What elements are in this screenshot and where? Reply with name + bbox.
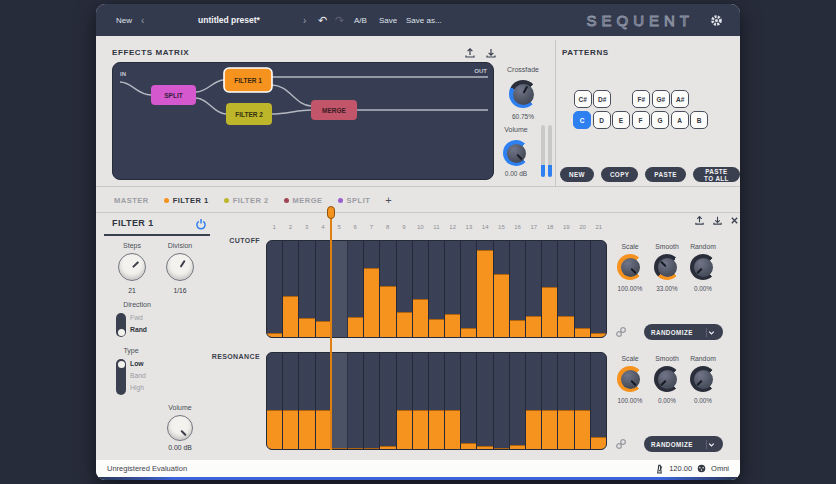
pattern-copy-button[interactable]: COPY [601, 167, 638, 182]
step-bar[interactable] [558, 410, 573, 449]
tab-filter-1[interactable]: FILTER 1 [164, 196, 209, 205]
step-bar[interactable] [267, 333, 282, 337]
step-cell[interactable] [542, 353, 558, 449]
node-filter2[interactable]: FILTER 2 [226, 103, 272, 125]
pattern-key-d[interactable]: D [593, 111, 611, 129]
step-bar[interactable] [558, 316, 573, 337]
step-bar[interactable] [283, 296, 298, 337]
step-bar[interactable] [348, 448, 363, 449]
step-cell[interactable] [413, 353, 429, 449]
step-bar[interactable] [591, 437, 606, 449]
step-cell[interactable] [591, 241, 606, 337]
filter-volume-knob[interactable] [167, 415, 193, 441]
step-cell[interactable] [380, 353, 396, 449]
import-pattern-icon[interactable] [712, 215, 723, 226]
step-bar[interactable] [413, 299, 428, 337]
step-cell[interactable] [348, 353, 364, 449]
pattern-key-f#[interactable]: F# [632, 90, 650, 108]
pattern-key-f[interactable]: F [632, 111, 650, 129]
step-bar[interactable] [510, 320, 525, 337]
step-bar[interactable] [299, 410, 314, 449]
step-cell[interactable] [267, 353, 283, 449]
effects-matrix-graph[interactable]: IN OUT SPLIT FILTER 1 FILTER 2 MERGE [112, 62, 494, 180]
playhead-handle[interactable] [327, 206, 335, 219]
step-cell[interactable] [445, 241, 461, 337]
import-matrix-icon[interactable] [485, 47, 497, 59]
pattern-key-c#[interactable]: C# [574, 90, 592, 108]
step-bar[interactable] [413, 410, 428, 449]
step-cell[interactable] [332, 353, 348, 449]
pattern-key-a[interactable]: A [671, 111, 689, 129]
step-bar[interactable] [429, 319, 444, 337]
pattern-key-d#[interactable]: D# [593, 90, 611, 108]
save-button[interactable]: Save [379, 4, 397, 36]
prev-preset-icon[interactable]: ‹ [141, 4, 144, 36]
step-bar[interactable] [397, 410, 412, 449]
cutoff-random-knob[interactable] [690, 254, 716, 280]
cutoff-scale-knob[interactable] [617, 254, 643, 280]
cutoff-randomize-button[interactable]: RANDOMIZE [644, 324, 723, 340]
export-matrix-icon[interactable] [464, 47, 476, 59]
step-cell[interactable] [526, 241, 542, 337]
step-cell[interactable] [477, 241, 493, 337]
step-cell[interactable] [413, 241, 429, 337]
tab-master[interactable]: MASTER [114, 196, 149, 205]
tab-split[interactable]: SPLIT [338, 196, 371, 205]
res-random-knob[interactable] [690, 366, 716, 392]
step-bar[interactable] [283, 410, 298, 449]
step-cell[interactable] [267, 241, 283, 337]
step-bar[interactable] [461, 443, 476, 449]
link-lanes-icon[interactable] [615, 326, 627, 338]
step-cell[interactable] [558, 241, 574, 337]
step-bar[interactable] [380, 446, 395, 449]
volume-knob[interactable] [503, 140, 529, 166]
step-cell[interactable] [364, 241, 380, 337]
preset-name[interactable]: untitled preset* [156, 4, 302, 36]
step-bar[interactable] [316, 321, 331, 337]
step-cell[interactable] [575, 241, 591, 337]
next-preset-icon[interactable]: › [303, 4, 306, 36]
step-cell[interactable] [445, 353, 461, 449]
step-cell[interactable] [299, 353, 315, 449]
step-cell[interactable] [494, 353, 510, 449]
step-bar[interactable] [461, 328, 476, 337]
gear-icon[interactable] [710, 4, 723, 36]
step-bar[interactable] [316, 410, 331, 449]
step-bar[interactable] [445, 410, 460, 449]
step-bar[interactable] [510, 445, 525, 449]
crossfade-knob[interactable] [509, 80, 537, 108]
direction-option-rand[interactable]: Rand [130, 326, 147, 333]
step-bar[interactable] [364, 448, 379, 449]
undo-icon[interactable]: ↶ [318, 4, 327, 36]
res-smooth-knob[interactable] [654, 366, 680, 392]
step-bar[interactable] [477, 446, 492, 449]
step-bar[interactable] [429, 410, 444, 449]
step-cell[interactable] [283, 241, 299, 337]
pattern-key-e[interactable]: E [612, 111, 630, 129]
pattern-key-g[interactable]: G [651, 111, 669, 129]
step-cell[interactable] [558, 353, 574, 449]
step-cell[interactable] [510, 241, 526, 337]
pattern-key-c[interactable]: C [573, 111, 591, 129]
new-preset-button[interactable]: New [116, 4, 132, 36]
direction-toggle[interactable] [116, 313, 126, 337]
step-cell[interactable] [477, 353, 493, 449]
type-option-low[interactable]: Low [130, 360, 144, 367]
step-cell[interactable] [364, 353, 380, 449]
step-bar[interactable] [542, 287, 557, 337]
cutoff-smooth-knob[interactable] [654, 254, 680, 280]
step-bar[interactable] [494, 274, 509, 337]
tempo-value[interactable]: 120.00 [669, 464, 692, 473]
step-bar[interactable] [332, 448, 347, 449]
node-split[interactable]: SPLIT [151, 85, 196, 105]
close-icon[interactable] [730, 216, 739, 225]
steps-knob[interactable] [118, 253, 146, 281]
step-cell[interactable] [526, 353, 542, 449]
step-bar[interactable] [526, 316, 541, 337]
step-bar[interactable] [267, 410, 282, 449]
step-bar[interactable] [477, 250, 492, 337]
step-cell[interactable] [494, 241, 510, 337]
step-bar[interactable] [575, 328, 590, 337]
save-as-button[interactable]: Save as... [406, 4, 442, 36]
step-bar[interactable] [380, 286, 395, 337]
